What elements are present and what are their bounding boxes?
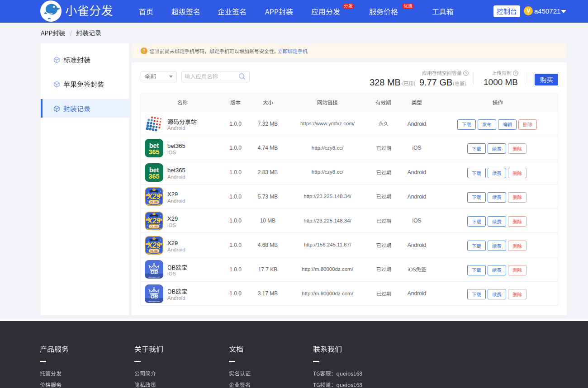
svg-text:?: ? bbox=[515, 71, 517, 76]
svg-text:?: ? bbox=[465, 71, 467, 76]
